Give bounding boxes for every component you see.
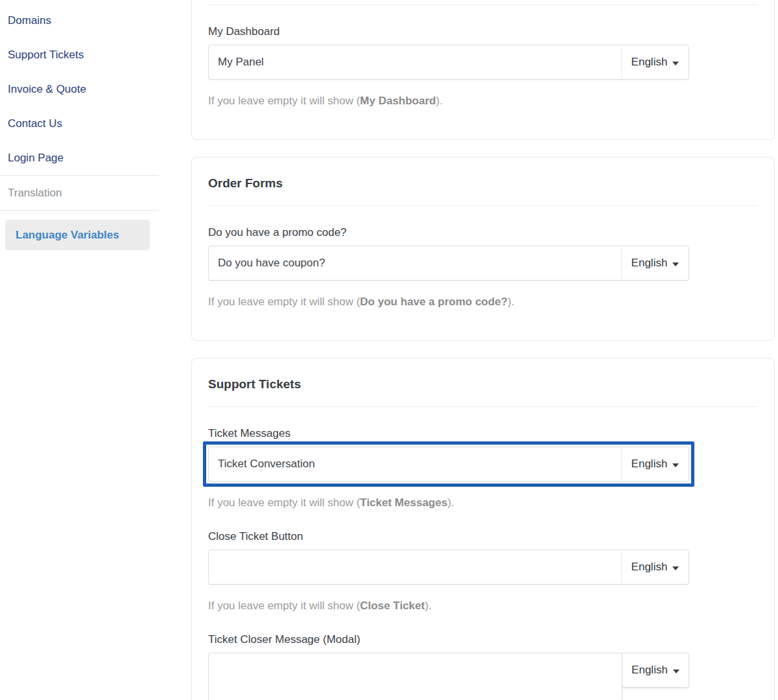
sidebar-nav-list: Domains Support Tickets Invoice & Quote …	[0, 3, 159, 175]
hint-text: ).	[436, 95, 442, 107]
language-dropdown-label: English	[631, 561, 668, 574]
hint-text: If you leave empty it will show (	[208, 296, 360, 308]
language-dropdown-label: English	[631, 257, 668, 270]
card-title: Support Tickets	[208, 358, 758, 393]
caret-down-icon	[672, 62, 679, 65]
translation-input-group: English	[208, 550, 689, 585]
hint-default-value: My Dashboard	[360, 95, 436, 107]
card-title-divider	[208, 5, 758, 5]
card-title-divider	[208, 205, 758, 206]
translation-input-group: English	[208, 246, 689, 281]
caret-down-icon	[673, 670, 679, 673]
language-dropdown-label: English	[631, 664, 668, 677]
sidebar-item-login-page[interactable]: Login Page	[0, 141, 159, 175]
sidebar-item-invoice-quote[interactable]: Invoice & Quote	[0, 72, 159, 106]
field-label: Ticket Messages	[208, 426, 758, 441]
sidebar-section-translation[interactable]: Translation	[0, 176, 159, 210]
card-title: Order Forms	[208, 158, 758, 192]
sidebar-divider	[0, 210, 159, 211]
translation-textarea-ticket-closer[interactable]	[208, 653, 622, 700]
hint-text: ).	[447, 496, 454, 509]
caret-down-icon	[672, 463, 679, 467]
field-ticket-closer-message: Ticket Closer Message (Modal) English	[208, 632, 758, 700]
card-dashboard-partial: My Dashboard English If you leave empty …	[191, 0, 775, 140]
translation-input-my-dashboard[interactable]	[209, 45, 621, 79]
field-hint: If you leave empty it will show (My Dash…	[208, 93, 758, 108]
language-dropdown-button[interactable]: English	[621, 447, 689, 481]
card-order-forms: Order Forms Do you have a promo code? En…	[191, 157, 775, 341]
hint-default-value: Do you have a promo code?	[360, 296, 508, 308]
language-dropdown-button[interactable]: English	[621, 45, 689, 79]
hint-default-value: Close Ticket	[360, 600, 425, 612]
translation-input-group: English	[208, 45, 689, 80]
card-support-tickets: Support Tickets Ticket Messages English …	[191, 358, 775, 700]
translation-input-ticket-messages[interactable]	[209, 447, 621, 481]
language-dropdown-button[interactable]: English	[621, 246, 689, 280]
field-ticket-messages: Ticket Messages English If you leave emp…	[208, 426, 758, 510]
field-hint: If you leave empty it will show (Do you …	[208, 294, 758, 309]
language-dropdown-button[interactable]: English	[621, 550, 689, 584]
field-label: My Dashboard	[208, 24, 758, 39]
sidebar-item-contact-us[interactable]: Contact Us	[0, 106, 159, 141]
field-hint: If you leave empty it will show (Close T…	[208, 598, 758, 613]
caret-down-icon	[672, 566, 679, 570]
field-my-dashboard: My Dashboard English If you leave empty …	[208, 24, 758, 108]
field-label: Do you have a promo code?	[208, 225, 758, 240]
caret-down-icon	[672, 262, 679, 266]
sidebar-item-language-variables-active[interactable]: Language Variables	[5, 220, 150, 250]
sidebar-item-domains[interactable]: Domains	[0, 3, 159, 38]
field-label: Close Ticket Button	[208, 529, 758, 544]
card-title-divider	[208, 406, 758, 407]
field-promo-code: Do you have a promo code? English If you…	[208, 225, 758, 309]
language-dropdown-label: English	[631, 56, 668, 69]
translation-textarea-group: English	[208, 653, 689, 700]
hint-text: ).	[508, 296, 514, 308]
hint-text: ).	[425, 600, 431, 612]
hint-text: If you leave empty it will show (	[208, 600, 360, 612]
language-dropdown-button[interactable]: English	[622, 653, 689, 688]
hint-default-value: Ticket Messages	[360, 496, 447, 509]
field-close-ticket-button: Close Ticket Button English If you leave…	[208, 529, 758, 613]
field-label: Ticket Closer Message (Modal)	[208, 632, 758, 647]
settings-sidebar: Domains Support Tickets Invoice & Quote …	[0, 0, 159, 250]
hint-text: If you leave empty it will show (	[208, 95, 360, 107]
language-variables-content: My Dashboard English If you leave empty …	[191, 0, 775, 700]
highlight-frame: English	[203, 441, 694, 487]
hint-text: If you leave empty it will show (	[208, 496, 360, 509]
translation-input-group-highlighted: English	[208, 447, 689, 482]
sidebar-item-support-tickets[interactable]: Support Tickets	[0, 38, 159, 72]
translation-input-promo-code[interactable]	[209, 246, 621, 280]
language-dropdown-label: English	[631, 458, 668, 471]
translation-input-close-ticket[interactable]	[209, 550, 621, 584]
field-hint: If you leave empty it will show (Ticket …	[208, 495, 758, 510]
